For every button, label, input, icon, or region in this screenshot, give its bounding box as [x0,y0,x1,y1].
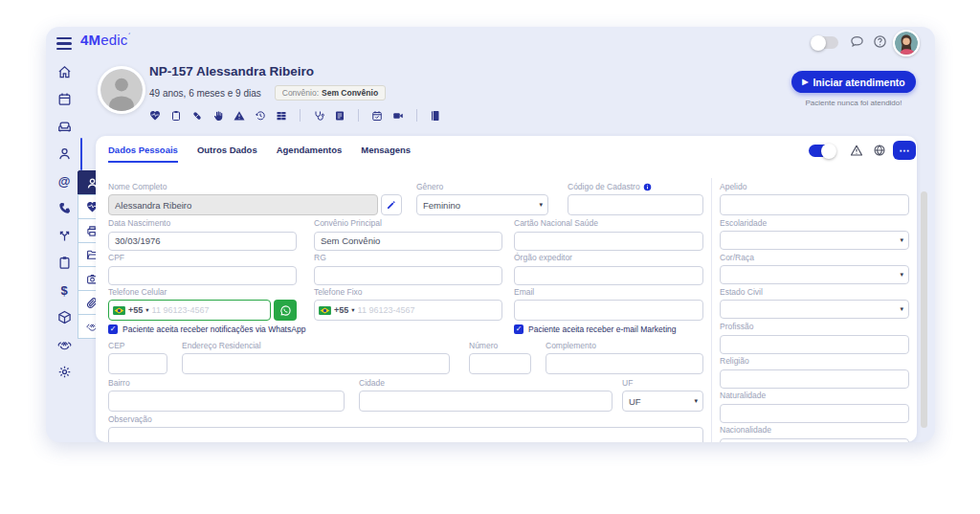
field-cpf: CPF [108,253,297,285]
telefone-fixo-group: +55▾ [314,300,502,321]
brazil-flag-icon[interactable] [319,306,331,315]
telefone-fixo-input[interactable] [358,305,498,315]
nacionalidade-input[interactable] [720,438,909,443]
cidade-input[interactable] [359,391,612,412]
patient-age: 49 anos, 6 meses e 9 dias [149,88,261,99]
convenio-principal-input[interactable] [314,232,502,251]
checkbox-checked-icon: ✓ [514,324,523,334]
play-icon: ▶ [802,78,808,86]
alert-triangle-icon[interactable] [234,110,245,122]
codigo-cadastro-input[interactable] [568,194,703,215]
whatsapp-icon [279,304,292,317]
complemento-input[interactable] [546,353,703,374]
field-complemento: Complemento [546,341,703,374]
genero-select[interactable]: Feminino [416,194,548,215]
tab-outros-dados[interactable]: Outros Dados [197,145,257,163]
sidebar-item-home[interactable] [46,58,82,86]
field-email: Email [514,287,703,321]
uf-select[interactable]: UF [622,391,703,412]
app-logo[interactable]: 4Medicˊ [80,32,131,48]
book-icon[interactable] [430,110,441,122]
user-avatar[interactable] [893,30,920,56]
convenio-badge: Convênio:Sem Convênio [275,85,386,101]
app-window: @ $ 4Medicˊ NP-157 Alessandra Ribeiro 49… [46,27,935,442]
more-options-icon: ⋯ [900,145,910,156]
hands-icon [57,338,72,352]
divider [300,109,301,122]
pill-icon[interactable] [191,110,203,122]
start-appointment-button[interactable]: ▶Iniciar atendimento [791,71,916,93]
never-attended-note: Paciente nunca foi atendido! [784,99,924,107]
cor-raca-select[interactable] [720,265,909,284]
whatsapp-button[interactable] [274,300,297,321]
field-religiao: Religião [720,356,909,389]
history-icon[interactable] [255,110,266,122]
clipboard-icon[interactable] [170,110,182,122]
field-endereco: Endereço Residencial [182,341,450,374]
telefone-celular-input[interactable] [152,305,266,315]
person-silhouette-icon [100,69,143,111]
menu-icon[interactable] [56,37,72,50]
info-icon[interactable] [643,183,652,191]
field-cor-raca: Cor/Raça [720,253,909,284]
chevron-down-icon[interactable]: ▾ [351,306,354,314]
field-nome-completo: Nome Completo [108,182,402,215]
warning-icon[interactable] [850,144,863,157]
hand-icon[interactable] [212,110,224,122]
whatsapp-consent-checkbox[interactable]: ✓ Paciente aceita receber notificações v… [108,324,305,334]
more-options-button[interactable]: ⋯ [893,141,916,160]
orgao-expeditor-input[interactable] [514,266,703,285]
calendar-check-icon[interactable] [371,110,383,122]
brazil-flag-icon[interactable] [113,306,125,315]
chevron-down-icon[interactable]: ▾ [145,306,148,314]
escolaridade-select[interactable] [720,231,909,250]
observacao-textarea[interactable] [108,427,703,442]
field-rg: RG [314,253,502,285]
field-uf: UF UF [622,378,703,412]
patient-avatar[interactable] [98,66,145,114]
field-cep: CEP [108,341,167,374]
data-nascimento-input[interactable] [108,232,297,251]
naturalidade-input[interactable] [720,404,909,423]
cep-input[interactable] [108,353,167,374]
chat-bubble-icon[interactable] [850,34,864,49]
phone-icon [57,201,72,215]
scrollbar-thumb[interactable] [921,191,927,428]
tab-mensagens[interactable]: Mensagens [361,145,411,163]
checkbox-checked-icon: ✓ [108,324,118,334]
table-icon[interactable] [276,110,287,122]
sidebar-item-patients[interactable] [46,141,82,168]
endereco-input[interactable] [182,353,450,374]
nome-completo-input[interactable] [108,194,378,215]
rg-input[interactable] [314,266,502,285]
religiao-input[interactable] [720,369,909,389]
sidebar-item-agenda[interactable] [46,86,82,114]
globe-icon[interactable] [873,144,886,157]
record-tabs: Dados Pessoais Outros Dados Agendamentos… [108,145,411,163]
email-marketing-checkbox[interactable]: ✓ Paciente aceita receber e-mail Marketi… [514,324,677,334]
sidebar-item-waiting-room[interactable] [46,113,82,141]
apelido-input[interactable] [720,194,909,215]
estado-civil-select[interactable] [720,300,909,319]
field-bairro: Bairro [108,378,345,412]
email-input[interactable] [514,300,703,321]
stethoscope-icon[interactable] [313,110,324,122]
header-toggle[interactable] [812,36,838,49]
edit-name-button[interactable] [381,194,402,215]
video-icon[interactable] [392,110,404,122]
numero-input[interactable] [469,353,531,374]
heart-pulse-icon[interactable] [149,110,161,122]
tab-dados-pessoais[interactable]: Dados Pessoais [108,145,178,163]
cpf-input[interactable] [108,266,297,285]
sidebar-item-settings[interactable] [46,359,82,387]
help-icon[interactable] [873,34,887,49]
cartao-saude-input[interactable] [514,232,703,251]
tab-agendamentos[interactable]: Agendamentos [277,145,343,163]
records-icon[interactable] [334,110,345,122]
package-icon [57,310,72,324]
bairro-input[interactable] [108,391,345,412]
record-toggle[interactable] [809,145,835,157]
field-numero: Número [469,341,531,374]
profissao-input[interactable] [720,335,909,354]
couch-icon [57,120,72,134]
